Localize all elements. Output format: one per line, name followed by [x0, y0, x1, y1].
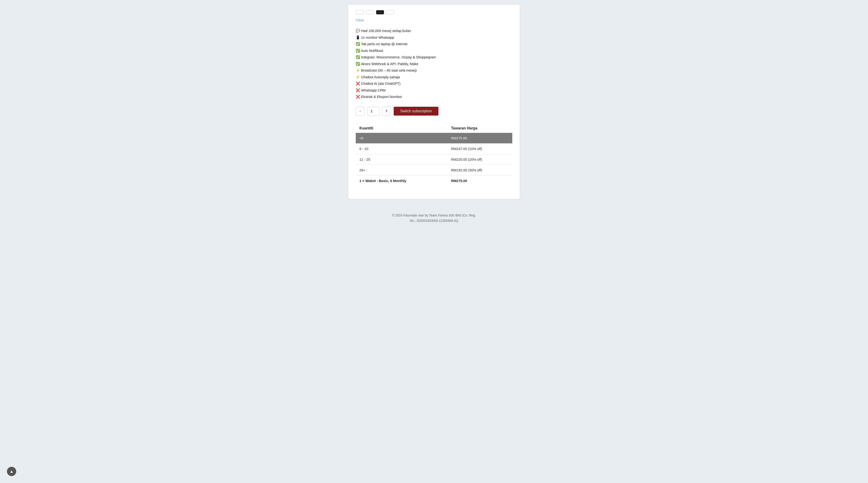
pricing-footer-price: RM275.00 [447, 175, 512, 186]
footer: © 2024 Fatomate own by Team Fames Sdn Bh… [392, 213, 476, 224]
feature-item: 💬 Had 100,000 mesej setiap bulan [356, 28, 512, 34]
feature-item: ⚡ Broadcast (30 – 45 saat sela mesej) [356, 67, 512, 74]
feature-item: ✅ Tak perlu on laptop @ internet [356, 41, 512, 47]
feature-item: 📱 1x nombor Whatsapp [356, 34, 512, 41]
chevron-up-icon: ▲ [9, 469, 14, 474]
pricing-qty: 6 - 10 [356, 143, 447, 154]
pricing-row: 6 - 10RM247.00 (10% off) [356, 143, 512, 154]
pricing-qty: 26+ [356, 165, 447, 175]
quantity-row: - + Switch subscription [356, 107, 512, 116]
footer-line2: No.: 202001003050 (1359369-A)) [392, 218, 476, 224]
feature-item: ⚡ Chatbot Autoreply sahaja [356, 74, 512, 80]
feature-item: ✅ Auto Notifikasi [356, 47, 512, 54]
top-button-2[interactable] [366, 10, 374, 14]
footer-line1: © 2024 Fatomate own by Team Fames Sdn Bh… [392, 213, 476, 218]
pricing-footer-label: 1 × Wabot - Basic, 6 Monthly [356, 175, 447, 186]
top-button-4[interactable] [386, 10, 394, 14]
switch-subscription-button[interactable]: Switch subscription [394, 107, 438, 116]
pricing-price: RM275.00 [447, 133, 512, 143]
tawaran-harga-header: Tawaran Harga [447, 124, 512, 133]
quantity-minus-button[interactable]: - [356, 107, 365, 116]
main-container: Clear 💬 Had 100,000 mesej setiap bulan📱 … [348, 5, 520, 199]
clear-link[interactable]: Clear [356, 18, 364, 22]
top-buttons-row [356, 10, 512, 14]
pricing-row: 11 - 25RM220.00 (20% off) [356, 154, 512, 165]
pricing-footer-row: 1 × Wabot - Basic, 6 Monthly RM275.00 [356, 175, 512, 186]
kuantiti-header: Kuantiti [356, 124, 447, 133]
feature-item: ❌ Whatsapp CRM [356, 87, 512, 94]
top-button-1[interactable] [356, 10, 364, 14]
feature-item: ✅ Akses Webhook & API: Pabbly, Make [356, 61, 512, 67]
quantity-input[interactable] [367, 107, 379, 116]
top-button-3[interactable] [376, 10, 384, 14]
pricing-price: RM192.00 (30% off) [447, 165, 512, 175]
pricing-qty: <6 [356, 133, 447, 143]
features-list: 💬 Had 100,000 mesej setiap bulan📱 1x nom… [356, 28, 512, 100]
feature-item: ❌ Ekstrak & Eksport Nombor [356, 94, 512, 100]
pricing-qty: 11 - 25 [356, 154, 447, 165]
pricing-price: RM247.00 (10% off) [447, 143, 512, 154]
pricing-table: Kuantiti Tawaran Harga <6RM275.006 - 10R… [356, 124, 512, 186]
pricing-price: RM220.00 (20% off) [447, 154, 512, 165]
pricing-row: <6RM275.00 [356, 133, 512, 143]
feature-item: ❌ Chatbot Ai (ala ChatGPT) [356, 80, 512, 87]
feature-item: ✅ Integrasi: Woocommerce, Onpay & Shoppe… [356, 54, 512, 61]
pricing-row: 26+RM192.00 (30% off) [356, 165, 512, 175]
quantity-plus-button[interactable]: + [382, 107, 391, 116]
scroll-to-top-button[interactable]: ▲ [7, 467, 16, 476]
